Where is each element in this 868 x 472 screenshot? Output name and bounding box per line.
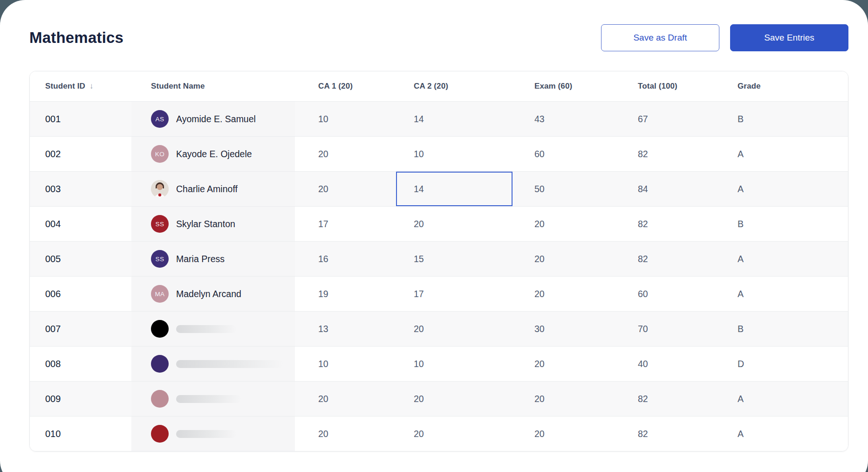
student-id-cell: 002: [30, 137, 131, 171]
grade-cell: A: [716, 382, 848, 416]
student-avatar: MA: [151, 285, 169, 303]
save-entries-button[interactable]: Save Entries: [730, 24, 848, 51]
total-score-cell: 40: [616, 347, 716, 381]
topbar: Mathematics Save as Draft Save Entries: [29, 24, 848, 51]
ca1-score-cell[interactable]: 20: [295, 416, 396, 451]
student-name: Maria Press: [176, 254, 225, 264]
student-name-cell: AS Ayomide E. Samuel: [131, 102, 295, 136]
exam-score-cell[interactable]: 50: [513, 172, 616, 206]
ca1-score-cell[interactable]: 20: [295, 137, 396, 171]
grade-cell: A: [716, 277, 848, 311]
student-name-cell: [131, 312, 295, 346]
exam-score-cell[interactable]: 30: [513, 312, 616, 346]
student-avatar: SS: [151, 215, 169, 233]
total-score-cell: 67: [616, 102, 716, 136]
ca1-score-cell[interactable]: 10: [295, 102, 396, 136]
student-id: 010: [45, 429, 61, 439]
student-name: Skylar Stanton: [176, 219, 235, 229]
total-score-cell: 82: [616, 242, 716, 276]
total-score-cell: 84: [616, 172, 716, 206]
student-id: 006: [45, 289, 61, 299]
student-avatar: KO: [151, 145, 169, 163]
ca2-score-cell[interactable]: 14: [396, 102, 513, 136]
sort-descending-icon[interactable]: ↓: [89, 82, 94, 91]
ca2-score-cell[interactable]: 10: [396, 137, 513, 171]
photo-avatar-illustration: [151, 180, 169, 198]
grade-cell: A: [716, 137, 848, 171]
student-avatar: [151, 425, 169, 443]
grade-cell: B: [716, 312, 848, 346]
ca2-score-cell[interactable]: 20: [396, 207, 513, 241]
table-row: 002 KO Kayode E. Ojedele 20 10 60 82 A: [30, 136, 848, 171]
exam-score-cell[interactable]: 43: [513, 102, 616, 136]
total-score-cell: 82: [616, 416, 716, 451]
ca2-score-cell[interactable]: 17: [396, 277, 513, 311]
exam-score-cell[interactable]: 20: [513, 277, 616, 311]
ca1-score-cell[interactable]: 17: [295, 207, 396, 241]
table-row: 006 MA Madelyn Arcand 19 17 20 60 A: [30, 276, 848, 311]
ca2-score-cell[interactable]: 14: [396, 172, 513, 206]
page-title: Mathematics: [29, 29, 123, 47]
ca2-score-cell[interactable]: 15: [396, 242, 513, 276]
student-avatar: [151, 320, 169, 338]
ca2-score-cell[interactable]: 20: [396, 382, 513, 416]
ca2-score-cell[interactable]: 20: [396, 312, 513, 346]
exam-score-cell[interactable]: 20: [513, 416, 616, 451]
grades-table: Student ID ↓ Student Name CA 1 (20) CA 2…: [29, 71, 848, 451]
student-id-cell: 009: [30, 382, 131, 416]
student-name-cell: [131, 382, 295, 416]
exam-score-cell[interactable]: 20: [513, 207, 616, 241]
table-row: 007 13 20 30 70 B: [30, 311, 848, 346]
student-avatar: AS: [151, 110, 169, 128]
student-name: Ayomide E. Samuel: [176, 114, 256, 125]
student-id-cell: 010: [30, 416, 131, 451]
exam-score-cell[interactable]: 20: [513, 347, 616, 381]
table-row: 004 SS Skylar Stanton 17 20 20 82 B: [30, 206, 848, 241]
ca2-score-cell[interactable]: 10: [396, 347, 513, 381]
ca1-score-cell[interactable]: 10: [295, 347, 396, 381]
student-name-cell: MA Madelyn Arcand: [131, 277, 295, 311]
grade-cell: A: [716, 172, 848, 206]
table-header-row: Student ID ↓ Student Name CA 1 (20) CA 2…: [30, 71, 848, 101]
name-loading-skeleton: [176, 360, 283, 368]
student-id-cell: 004: [30, 207, 131, 241]
student-name-cell: [131, 347, 295, 381]
column-header-student-name: Student Name: [131, 71, 295, 101]
ca2-score-cell[interactable]: 20: [396, 416, 513, 451]
student-id-cell: 001: [30, 102, 131, 136]
ca1-score-cell[interactable]: 20: [295, 382, 396, 416]
exam-score-cell[interactable]: 20: [513, 242, 616, 276]
total-score-cell: 82: [616, 382, 716, 416]
student-name-cell: KO Kayode E. Ojedele: [131, 137, 295, 171]
exam-score-cell[interactable]: 20: [513, 382, 616, 416]
grade-cell: A: [716, 242, 848, 276]
exam-score-cell[interactable]: 60: [513, 137, 616, 171]
student-id: 004: [45, 219, 61, 229]
save-as-draft-button[interactable]: Save as Draft: [601, 24, 719, 51]
ca1-score-cell[interactable]: 16: [295, 242, 396, 276]
student-name-cell: SS Maria Press: [131, 242, 295, 276]
column-header-student-id[interactable]: Student ID ↓: [30, 71, 131, 101]
student-name-cell: [131, 416, 295, 451]
student-id: 009: [45, 394, 61, 404]
toolbar-actions: Save as Draft Save Entries: [601, 24, 848, 51]
student-avatar: [151, 355, 169, 373]
table-row: 009 20 20 20 82 A: [30, 381, 848, 416]
name-loading-skeleton: [176, 395, 241, 403]
student-name-cell: Charlie Aminoff: [131, 172, 295, 206]
ca1-score-cell[interactable]: 20: [295, 172, 396, 206]
total-score-cell: 82: [616, 137, 716, 171]
column-header-grade: Grade: [716, 71, 848, 101]
total-score-cell: 82: [616, 207, 716, 241]
column-header-label: Student ID: [45, 82, 85, 91]
name-loading-skeleton: [176, 430, 237, 438]
student-avatar: [151, 180, 169, 198]
ca1-score-cell[interactable]: 13: [295, 312, 396, 346]
ca1-score-cell[interactable]: 19: [295, 277, 396, 311]
student-name: Kayode E. Ojedele: [176, 149, 252, 160]
student-name-cell: SS Skylar Stanton: [131, 207, 295, 241]
student-avatar: SS: [151, 250, 169, 268]
column-header-exam: Exam (60): [513, 71, 616, 101]
student-name: Madelyn Arcand: [176, 289, 241, 299]
table-row: 005 SS Maria Press 16 15 20 82 A: [30, 241, 848, 276]
